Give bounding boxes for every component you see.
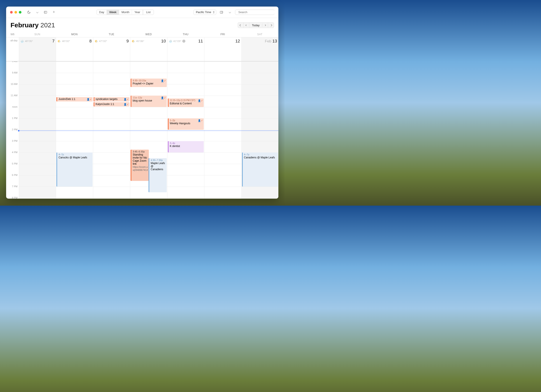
search-input[interactable] bbox=[238, 10, 275, 14]
daycol-mon[interactable]: Justin/Deb 1:1 👤✓ 4–7p Canucks @ Maple L… bbox=[56, 62, 93, 199]
temp: 48°/35° bbox=[25, 40, 33, 42]
day-header-row: W6 SUN MON TUE WED THU FRI SAT bbox=[6, 31, 278, 37]
event-dentist[interactable]: 3–4p K dentist bbox=[168, 141, 204, 152]
hour-label: noon bbox=[6, 105, 19, 117]
timezone-select[interactable]: Pacific Time ▲▼ bbox=[193, 10, 216, 15]
next-day-button[interactable] bbox=[262, 22, 268, 28]
event-title: Canucks @ Maple Leafs bbox=[58, 156, 92, 159]
event-time: 4–7p bbox=[58, 153, 92, 156]
time-labels: 8 AM 9 AM 10 AM 11 AM noon 1 PM 2 PM 3 P… bbox=[6, 62, 19, 199]
event-time: 4:30–7:30p bbox=[151, 159, 166, 162]
window-controls bbox=[10, 11, 21, 14]
fullscreen-button[interactable] bbox=[19, 11, 21, 14]
video-icon: 👤✓ bbox=[161, 79, 166, 82]
view-mode-segment: Day Week Month Year List bbox=[97, 10, 154, 15]
hour-label: 10 AM bbox=[6, 83, 19, 94]
hour-label: 8 AM bbox=[6, 62, 19, 71]
allday-fri[interactable]: 12 bbox=[204, 37, 241, 61]
close-button[interactable] bbox=[10, 11, 13, 14]
date-num: Feb 13 bbox=[265, 39, 277, 44]
view-year[interactable]: Year bbox=[132, 10, 143, 15]
event-title: Maple Leafs @ Canadiens bbox=[151, 162, 166, 171]
prev-day-button[interactable] bbox=[244, 22, 249, 28]
event-editorial[interactable]: 11:15–12p (1:15 PM CST) Editorial & Cont… bbox=[168, 98, 204, 107]
event-canucks[interactable]: 4–7p Canucks @ Maple Leafs bbox=[57, 152, 92, 187]
video-icon: 👤✓ bbox=[124, 98, 129, 101]
dayname-sat: SAT bbox=[241, 31, 278, 37]
event-title: Editorial & Content bbox=[170, 102, 203, 105]
weather-icon: 🌧️ bbox=[169, 40, 172, 43]
event-praytell[interactable]: 9:30–10:15a Praytell <> Zapier 👤✓ bbox=[131, 78, 166, 87]
daycol-fri[interactable] bbox=[204, 62, 241, 199]
allday-tue[interactable]: 🌤️47°/32°9 bbox=[93, 37, 130, 61]
today-button[interactable]: Today bbox=[249, 24, 262, 27]
temp: 41°/29° bbox=[173, 40, 181, 42]
daycol-sun[interactable] bbox=[19, 62, 56, 199]
hour-label: 6 PM bbox=[6, 174, 19, 185]
date-num: 10 bbox=[161, 39, 166, 44]
view-day[interactable]: Day bbox=[97, 10, 107, 15]
event-syndication[interactable]: syndication targets 👤✓ bbox=[94, 97, 130, 102]
daycol-wed[interactable]: 9:30–10:15a Praytell <> Zapier 👤✓ 11a–12… bbox=[130, 62, 167, 199]
event-openhouse[interactable]: 11a–12p blog open house 👤✓ bbox=[131, 96, 166, 107]
event-time: 3:45–6:30p bbox=[133, 150, 148, 153]
event-sub: https://zoom.us/j/940667413 bbox=[133, 165, 148, 171]
video-icon: 👤✓ bbox=[124, 103, 129, 106]
video-icon: 👤✓ bbox=[198, 119, 203, 122]
view-week[interactable]: Week bbox=[107, 10, 119, 15]
next-week-button[interactable] bbox=[268, 22, 274, 28]
header: February 2021 Today bbox=[6, 18, 278, 31]
allday-thu[interactable]: 🌧️41°/29°11 bbox=[167, 37, 204, 61]
minimize-button[interactable] bbox=[15, 11, 17, 14]
week-number: W6 bbox=[6, 31, 19, 37]
hour-label: 2 PM bbox=[6, 128, 19, 139]
search-field[interactable] bbox=[235, 10, 275, 15]
temp: 48°/32° bbox=[62, 40, 70, 42]
hour-label: 5 PM bbox=[6, 162, 19, 174]
view-list[interactable]: List bbox=[143, 10, 154, 15]
allday-mon[interactable]: 🌤️48°/32°8 bbox=[56, 37, 93, 61]
video-icon: 👤✓ bbox=[161, 96, 166, 99]
event-justin-deb[interactable]: Justin/Deb 1:1 👤✓ bbox=[57, 97, 92, 102]
calendar-window: + Day Week Month Year List Pacific Time … bbox=[6, 7, 278, 199]
hour-label: 1 PM bbox=[6, 117, 19, 128]
event-standing[interactable]: 3:45–6:30p Standing invite for Nic Cage … bbox=[131, 150, 149, 181]
svg-rect-0 bbox=[44, 11, 47, 13]
weather-icon: 🌤️ bbox=[57, 40, 61, 43]
event-canadiens-leafs[interactable]: 4–7p Canadiens @ Maple Leafs bbox=[242, 152, 278, 187]
allday-wed[interactable]: 🌤️45°/36°10 bbox=[130, 37, 167, 61]
appearance-dropdown[interactable] bbox=[34, 9, 40, 15]
daycol-thu[interactable]: 11:15–12p (1:15 PM CST) Editorial & Cont… bbox=[167, 62, 204, 199]
date-num: 8 bbox=[89, 39, 92, 44]
dayname-mon: MON bbox=[56, 31, 93, 37]
event-leafs-canadiens[interactable]: 4:30–7:30p Maple Leafs @ Canadiens bbox=[149, 158, 166, 192]
daycol-sat[interactable]: 4–7p Canadiens @ Maple Leafs bbox=[241, 62, 278, 199]
event-title: Praytell <> Zapier bbox=[133, 82, 166, 85]
hour-label: 9 AM bbox=[6, 71, 19, 83]
date-num: 7 bbox=[52, 39, 55, 44]
event-hangouts[interactable]: 1–2p Weekly Hangouts 👤✓ bbox=[168, 118, 204, 130]
event-kalyn[interactable]: Kalyn/Justin 1:1 👤✓ bbox=[94, 102, 130, 107]
panel-toggle-icon[interactable] bbox=[218, 9, 224, 15]
sidebar-toggle-icon[interactable] bbox=[42, 9, 49, 15]
video-icon: 👤✓ bbox=[198, 99, 203, 102]
panel-dropdown[interactable] bbox=[227, 9, 233, 15]
prev-week-button[interactable] bbox=[238, 22, 244, 28]
toolbar: + Day Week Month Year List Pacific Time … bbox=[6, 7, 278, 18]
allday-sun[interactable]: 🌧️48°/35°7 bbox=[19, 37, 56, 61]
add-event-button[interactable]: + bbox=[51, 9, 57, 15]
allday-label: all-day bbox=[6, 37, 19, 61]
weather-icon: 🌤️ bbox=[131, 40, 135, 43]
hour-label: 7 PM bbox=[6, 185, 19, 196]
moon-icon bbox=[182, 40, 185, 43]
daycol-tue[interactable]: syndication targets 👤✓ Kalyn/Justin 1:1 … bbox=[93, 62, 130, 199]
hour-label: 4 PM bbox=[6, 151, 19, 162]
view-month[interactable]: Month bbox=[119, 10, 132, 15]
month-title: February 2021 bbox=[10, 21, 55, 29]
dayname-sun: SUN bbox=[19, 31, 56, 37]
video-icon: 👤✓ bbox=[87, 98, 92, 101]
date-num: 11 bbox=[198, 39, 203, 44]
dark-mode-icon[interactable] bbox=[26, 9, 32, 15]
allday-sat[interactable]: Feb 13 bbox=[241, 37, 278, 61]
dayname-fri: FRI bbox=[204, 31, 241, 37]
